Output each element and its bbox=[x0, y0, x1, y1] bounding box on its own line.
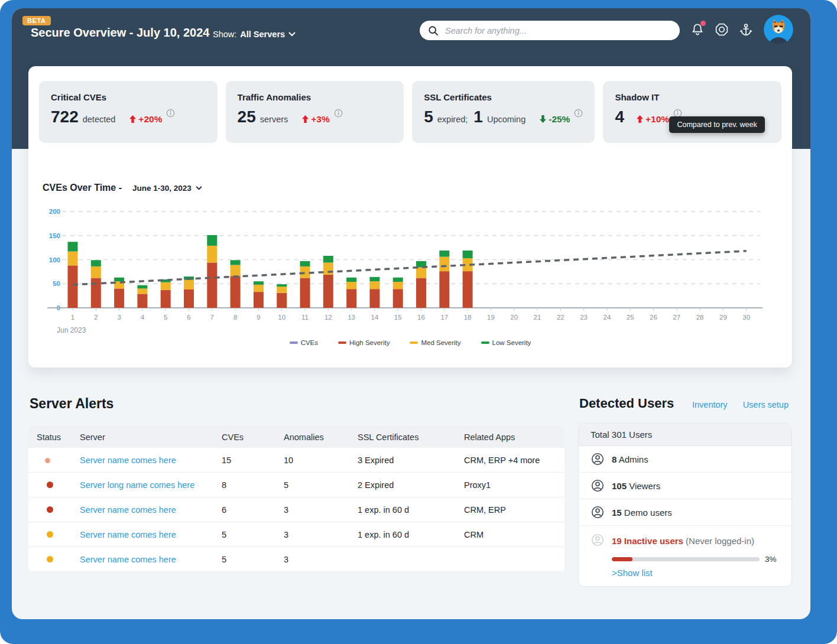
date-range-value: June 1-30, 2023 bbox=[132, 184, 192, 193]
stat-title: Shadow IT bbox=[615, 92, 770, 102]
svg-text:100: 100 bbox=[49, 256, 60, 264]
svg-text:2: 2 bbox=[94, 314, 98, 321]
svg-text:30: 30 bbox=[742, 314, 750, 321]
server-alerts-table: StatusServerCVEsAnomaliesSSL Certificate… bbox=[28, 426, 565, 572]
anomalies-cell: 10 bbox=[284, 456, 358, 465]
svg-text:10: 10 bbox=[278, 314, 286, 321]
stat-delta: +10% bbox=[645, 114, 669, 125]
ssl-cell: 1 exp. in 60 d bbox=[358, 505, 464, 515]
settings-gear-icon[interactable] bbox=[714, 22, 729, 37]
svg-text:18: 18 bbox=[464, 314, 472, 321]
legend-swatch bbox=[481, 341, 489, 344]
show-list-link[interactable]: >Show list bbox=[612, 568, 653, 578]
stat-delta: +3% bbox=[311, 114, 329, 125]
notification-dot bbox=[700, 21, 706, 26]
svg-text:5: 5 bbox=[164, 314, 167, 321]
legend-label: Low Severity bbox=[492, 339, 531, 346]
column-header-status: Status bbox=[37, 432, 80, 442]
stat-card-shadow-it: Shadow IT 4 +10% Compared to prev. week bbox=[603, 81, 781, 143]
search-bar[interactable] bbox=[420, 21, 680, 40]
stat-delta: -25% bbox=[549, 114, 570, 125]
column-header-cves: CVEs bbox=[222, 432, 284, 442]
arrow-up-icon bbox=[637, 115, 643, 123]
status-dot-critical bbox=[47, 482, 53, 488]
search-icon bbox=[428, 25, 439, 36]
chevron-down-icon bbox=[196, 186, 202, 190]
svg-text:26: 26 bbox=[650, 314, 657, 321]
svg-text:9: 9 bbox=[257, 314, 260, 321]
server-link[interactable]: Server name comes here bbox=[80, 505, 176, 515]
anchor-icon[interactable] bbox=[738, 22, 754, 37]
svg-text:3: 3 bbox=[117, 314, 121, 321]
server-filter-dropdown[interactable]: Show: All Servers bbox=[213, 30, 296, 39]
stat-delta: +20% bbox=[138, 114, 162, 125]
date-range-selector[interactable]: June 1-30, 2023 bbox=[132, 184, 202, 193]
inventory-link[interactable]: Inventory bbox=[692, 400, 728, 409]
user-icon bbox=[591, 452, 605, 466]
legend-item-med-severity: Med Severity bbox=[410, 339, 460, 346]
svg-text:11: 11 bbox=[301, 314, 309, 321]
info-icon[interactable] bbox=[574, 109, 583, 118]
user-icon bbox=[591, 479, 605, 493]
stat-title: Traffic Anomalies bbox=[238, 92, 392, 102]
beta-badge: BETA bbox=[22, 16, 51, 25]
users-setup-link[interactable]: Users setup bbox=[743, 400, 789, 409]
search-input[interactable] bbox=[444, 25, 671, 36]
svg-text:28: 28 bbox=[696, 314, 704, 321]
stat-unit: detected bbox=[83, 115, 116, 124]
server-link[interactable]: Server long name comes here bbox=[80, 480, 194, 490]
server-link[interactable]: Server name comes here bbox=[80, 555, 176, 564]
stat-card-ssl-certificates: SSL Certificates 5expired;1Upcoming -25% bbox=[412, 81, 595, 143]
svg-text:8: 8 bbox=[233, 314, 237, 321]
stat-unit: Upcoming bbox=[487, 115, 525, 124]
info-icon[interactable] bbox=[334, 109, 343, 118]
svg-text:150: 150 bbox=[49, 232, 60, 239]
svg-text:21: 21 bbox=[534, 314, 541, 321]
inactive-users-percent: 3% bbox=[765, 555, 777, 564]
stat-card-critical-cves: Critical CVEs 722detected +20% bbox=[39, 81, 218, 143]
user-avatar[interactable] bbox=[764, 15, 793, 44]
column-header-ssl-certificates: SSL Certificates bbox=[358, 432, 464, 442]
cves-cell: 5 bbox=[222, 530, 284, 539]
table-header: StatusServerCVEsAnomaliesSSL Certificate… bbox=[28, 426, 565, 448]
anomalies-cell: 5 bbox=[284, 480, 358, 490]
apps-cell: Proxy1 bbox=[464, 480, 565, 490]
page-title: Secure Overview - July 10, 2024 bbox=[31, 26, 209, 40]
notifications-bell-icon[interactable] bbox=[690, 22, 705, 37]
table-body: Server name comes here 15 10 3 Expired C… bbox=[28, 448, 565, 572]
tooltip: Compared to prev. week bbox=[669, 116, 764, 133]
legend-label: CVEs bbox=[301, 339, 318, 346]
stat-unit: expired; bbox=[437, 115, 468, 124]
svg-text:16: 16 bbox=[417, 314, 425, 321]
user-icon bbox=[591, 505, 605, 519]
inactive-users-progress-fill bbox=[612, 557, 632, 561]
status-dot-warning bbox=[47, 556, 53, 562]
arrow-up-icon bbox=[302, 115, 309, 123]
stat-unit: servers bbox=[260, 115, 288, 124]
user-icon bbox=[591, 533, 605, 549]
cves-cell: 5 bbox=[222, 555, 284, 564]
table-row: Server name comes here 5 3 bbox=[28, 547, 565, 572]
cves-cell: 15 bbox=[222, 456, 284, 465]
column-header-anomalies: Anomalies bbox=[284, 432, 358, 442]
svg-text:23: 23 bbox=[580, 314, 588, 321]
cves-cell: 8 bbox=[222, 480, 284, 490]
stat-title: Critical CVEs bbox=[51, 92, 206, 102]
ssl-cell: 3 Expired bbox=[358, 456, 464, 465]
table-row: Server name comes here 5 3 1 exp. in 60 … bbox=[28, 522, 565, 547]
show-label: Show: bbox=[213, 30, 236, 39]
info-icon[interactable] bbox=[166, 109, 175, 118]
svg-text:20: 20 bbox=[510, 314, 518, 321]
legend-item-cves: CVEs bbox=[290, 339, 318, 346]
server-link[interactable]: Server name comes here bbox=[80, 456, 176, 465]
inactive-users-progress bbox=[612, 557, 760, 561]
svg-text:Jun 2023: Jun 2023 bbox=[57, 326, 86, 334]
svg-text:22: 22 bbox=[557, 314, 565, 321]
svg-text:12: 12 bbox=[325, 314, 332, 321]
server-link[interactable]: Server name comes here bbox=[80, 530, 176, 539]
anomalies-cell: 3 bbox=[284, 505, 358, 515]
ssl-cell: 1 exp. in 60 d bbox=[358, 530, 464, 539]
apps-cell: CRM, ERP +4 more bbox=[464, 456, 565, 465]
stat-title: SSL Certificates bbox=[424, 92, 583, 102]
table-row: Server name comes here 6 3 1 exp. in 60 … bbox=[28, 497, 565, 522]
